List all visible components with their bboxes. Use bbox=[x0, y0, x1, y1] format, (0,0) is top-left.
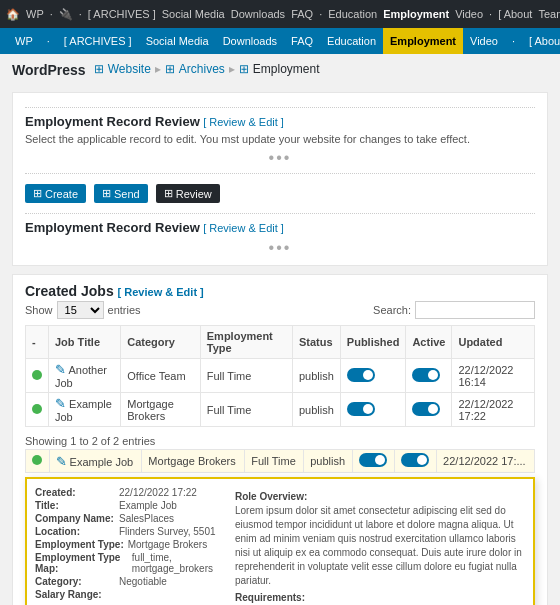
search-input[interactable] bbox=[415, 301, 535, 319]
secnav-dot5: · bbox=[505, 28, 522, 54]
show-entries-row: Show 15 25 50 100 entries Search: bbox=[25, 301, 535, 319]
secnav-video[interactable]: Video bbox=[463, 28, 505, 54]
ellipsis-2: ••• bbox=[25, 239, 535, 257]
row1-category: Office Team bbox=[121, 359, 200, 393]
breadcrumb-archives[interactable]: Archives bbox=[179, 62, 225, 76]
row2-emptype: Full Time bbox=[200, 393, 292, 427]
breadcrumb-website[interactable]: Website bbox=[108, 62, 151, 76]
col-status[interactable]: Status bbox=[292, 326, 340, 359]
employment-record-title2: Employment Record Review bbox=[25, 220, 200, 235]
table-row: ✎ Another Job Office Team Full Time publ… bbox=[26, 359, 535, 393]
popup-row-cat: Mortgage Brokers bbox=[142, 450, 245, 473]
created-jobs-table: - Job Title Category Employment Type Sta… bbox=[25, 325, 535, 427]
row2-active bbox=[406, 393, 452, 427]
showing-text-jobs: Showing 1 to 2 of 2 entries bbox=[25, 435, 155, 447]
nav-employment[interactable]: Employment bbox=[383, 8, 449, 20]
row1-emptype: Full Time bbox=[200, 359, 292, 393]
nav-video[interactable]: Video bbox=[455, 8, 483, 20]
popup-category-label: Category: bbox=[35, 576, 115, 587]
col-employment-type[interactable]: Employment Type bbox=[200, 326, 292, 359]
popup-row-act bbox=[395, 450, 437, 473]
secondary-navigation: WP · [ ARCHIVES ] Social Media Downloads… bbox=[0, 28, 560, 54]
popup-row-upd: 22/12/2022 17:... bbox=[437, 450, 535, 473]
col-published[interactable]: Published bbox=[340, 326, 406, 359]
edit-icon[interactable]: ✎ bbox=[55, 396, 66, 411]
nav-home-icon[interactable]: 🏠 bbox=[6, 8, 20, 21]
employment-record-edit-link[interactable]: [ Review & Edit ] bbox=[203, 116, 284, 128]
row1-dot bbox=[26, 359, 49, 393]
search-label: Search: bbox=[373, 304, 411, 316]
nav-education[interactable]: Education bbox=[328, 8, 377, 20]
nav-social[interactable]: Social Media bbox=[162, 8, 225, 20]
table-row: ✎ Example Job Mortgage Brokers Full Time… bbox=[26, 393, 535, 427]
top-navigation: 🏠 WP · 🔌 · [ ARCHIVES ] Social Media Dow… bbox=[0, 0, 560, 28]
popup-row-emptype: Full Time bbox=[245, 450, 304, 473]
popup-company-val: SalesPlaces bbox=[119, 513, 174, 524]
entries-select[interactable]: 15 25 50 100 bbox=[57, 301, 104, 319]
secnav-about[interactable]: [ About bbox=[522, 28, 560, 54]
breadcrumb-icon2: ⊞ bbox=[239, 62, 249, 76]
breadcrumb: ⊞ Website ▸ ⊞ Archives ▸ ⊞ Employment bbox=[94, 62, 320, 76]
nav-archives[interactable]: [ ARCHIVES ] bbox=[88, 8, 156, 20]
nav-wp[interactable]: WP bbox=[26, 8, 44, 20]
secnav-employment[interactable]: Employment bbox=[383, 28, 463, 54]
secnav-downloads[interactable]: Downloads bbox=[216, 28, 284, 54]
popup-row[interactable]: ✎ Example Job Mortgage Brokers Full Time… bbox=[26, 450, 535, 473]
popup-salary-label: Salary Range: bbox=[35, 589, 115, 600]
edit-icon-popup[interactable]: ✎ bbox=[56, 454, 67, 469]
popup-row-pub bbox=[353, 450, 395, 473]
review-button[interactable]: ⊞ Review bbox=[156, 184, 220, 203]
employment-record-desc: Select the applicable record to edit. Yo… bbox=[25, 133, 535, 145]
col-minus: - bbox=[26, 326, 49, 359]
secnav-education[interactable]: Education bbox=[320, 28, 383, 54]
popup-title-label: Title: bbox=[35, 500, 115, 511]
popup-company-label: Company Name: bbox=[35, 513, 115, 524]
nav-dot2: · bbox=[79, 8, 82, 20]
nav-team[interactable]: Team bbox=[538, 8, 560, 20]
secnav-archives[interactable]: [ ARCHIVES ] bbox=[57, 28, 139, 54]
row2-category: Mortgage Brokers bbox=[121, 393, 200, 427]
secnav-faq[interactable]: FAQ bbox=[284, 28, 320, 54]
popup-row-title[interactable]: ✎ Example Job bbox=[49, 450, 142, 473]
create-button[interactable]: ⊞ Create bbox=[25, 184, 86, 203]
row1-active bbox=[406, 359, 452, 393]
popup-created-label: Created: bbox=[35, 487, 115, 498]
created-jobs-section: Created Jobs [ Review & Edit ] Show 15 2… bbox=[12, 274, 548, 605]
popup-emptype-label: Employment Type: bbox=[35, 539, 124, 550]
col-updated[interactable]: Updated bbox=[452, 326, 535, 359]
row2-updated: 22/12/2022 17:22 bbox=[452, 393, 535, 427]
popup-location-label: Location: bbox=[35, 526, 115, 537]
send-button[interactable]: ⊞ Send bbox=[94, 184, 148, 203]
secnav-dot: · bbox=[40, 28, 57, 54]
edit-icon[interactable]: ✎ bbox=[55, 362, 66, 377]
breadcrumb-archives-icon: ⊞ bbox=[165, 62, 175, 76]
entries-suffix: entries bbox=[108, 304, 141, 316]
employment-record-edit-link2[interactable]: [ Review & Edit ] bbox=[203, 222, 284, 234]
row2-published bbox=[340, 393, 406, 427]
nav-dot1: · bbox=[50, 8, 53, 20]
col-active[interactable]: Active bbox=[406, 326, 452, 359]
col-category[interactable]: Category bbox=[121, 326, 200, 359]
row1-title[interactable]: ✎ Another Job bbox=[49, 359, 121, 393]
nav-faq[interactable]: FAQ bbox=[291, 8, 313, 20]
nav-plugins-icon[interactable]: 🔌 bbox=[59, 8, 73, 21]
employment-record-review-section: Employment Record Review [ Review & Edit… bbox=[12, 92, 548, 266]
popup-emptypemap-val: full_time, mortgage_brokers bbox=[132, 552, 235, 574]
popup-emptypemap-label: Employment Type Map: bbox=[35, 552, 128, 574]
action-buttons-row: ⊞ Create ⊞ Send ⊞ Review bbox=[25, 180, 535, 207]
row2-title[interactable]: ✎ Example Job bbox=[49, 393, 121, 427]
secnav-wp[interactable]: WP bbox=[8, 28, 40, 54]
created-jobs-title: Created Jobs [ Review & Edit ] bbox=[25, 283, 535, 299]
nav-dot4: · bbox=[489, 8, 492, 20]
nav-about[interactable]: [ About bbox=[498, 8, 532, 20]
created-jobs-edit-link[interactable]: [ Review & Edit ] bbox=[118, 286, 204, 298]
nav-downloads[interactable]: Downloads bbox=[231, 8, 285, 20]
show-label: Show bbox=[25, 304, 53, 316]
wordpress-label: WordPress bbox=[12, 62, 86, 78]
secnav-social[interactable]: Social Media bbox=[139, 28, 216, 54]
popup-row-dot bbox=[26, 450, 50, 473]
pagination-row-jobs: Showing 1 to 2 of 2 entries bbox=[25, 431, 535, 447]
popup-requirements-title: Requirements: bbox=[235, 592, 525, 603]
nav-dot3: · bbox=[319, 8, 322, 20]
col-job-title[interactable]: Job Title bbox=[49, 326, 121, 359]
